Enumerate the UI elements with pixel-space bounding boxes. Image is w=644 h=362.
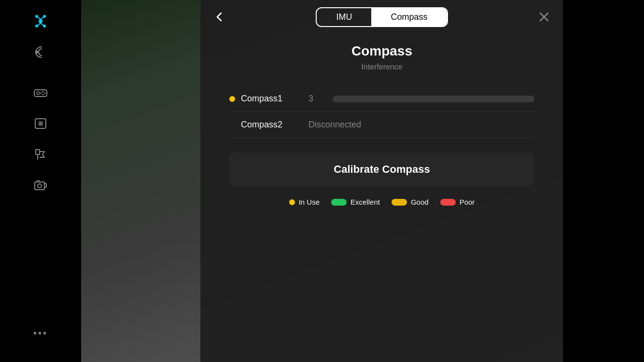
legend-poor-pill [440, 199, 456, 206]
legend-in-use-label: In Use [299, 198, 320, 206]
compass-panel: IMU Compass Compass Interference Compass… [200, 0, 563, 362]
svg-point-7 [35, 25, 38, 28]
drone-icon[interactable] [29, 10, 52, 33]
svg-rect-21 [44, 183, 46, 187]
svg-point-0 [39, 19, 42, 23]
hd-icon[interactable]: ⊞ [29, 112, 52, 135]
controller-icon[interactable] [29, 81, 52, 104]
tab-imu[interactable]: IMU [317, 8, 371, 26]
svg-point-6 [43, 15, 46, 18]
svg-point-19 [38, 184, 42, 188]
svg-rect-20 [37, 181, 40, 182]
signal-icon[interactable] [29, 41, 52, 64]
hd-label: ⊞ [35, 118, 46, 129]
more-icon[interactable]: ••• [29, 321, 52, 345]
waypoint-icon[interactable] [29, 143, 52, 166]
interference-subtitle: Interference [229, 63, 534, 71]
camera-settings-icon[interactable] [29, 174, 52, 197]
svg-point-13 [44, 93, 46, 94]
calibrate-button[interactable]: Calibrate Compass [229, 153, 534, 186]
svg-rect-18 [35, 182, 44, 190]
tab-group: IMU Compass [316, 7, 448, 27]
compass1-indicator [229, 96, 235, 102]
sidebar: ⊞ ••• [0, 0, 81, 362]
svg-rect-16 [36, 150, 40, 154]
more-dots: ••• [33, 328, 48, 339]
svg-point-15 [41, 93, 42, 94]
panel-nav: IMU Compass [200, 0, 563, 34]
compass2-status: Disconnected [308, 120, 361, 130]
right-bar [563, 0, 644, 362]
compass1-bar [333, 96, 534, 102]
compass2-row: Compass2 Disconnected [229, 112, 534, 138]
panel-content: Compass Interference Compass1 3 Compass2… [200, 34, 563, 362]
legend-in-use-dot [289, 199, 295, 205]
legend-excellent-pill [331, 199, 347, 206]
compass1-row: Compass1 3 [229, 86, 534, 112]
compass1-name: Compass1 [241, 94, 308, 104]
close-button[interactable] [534, 7, 554, 27]
legend-good: Good [392, 198, 429, 206]
legend-good-label: Good [411, 198, 429, 206]
compass2-name: Compass2 [241, 120, 308, 130]
legend-excellent-label: Excellent [350, 198, 380, 206]
legend-good-pill [392, 199, 407, 206]
legend-excellent: Excellent [331, 198, 380, 206]
svg-point-8 [43, 25, 46, 28]
svg-point-11 [37, 92, 40, 95]
legend: In Use Excellent Good Poor [229, 198, 534, 206]
compass2-indicator [229, 122, 235, 128]
legend-poor: Poor [440, 198, 475, 206]
compass1-value: 3 [308, 94, 333, 104]
svg-point-5 [35, 15, 38, 18]
tab-compass[interactable]: Compass [371, 8, 447, 26]
legend-in-use: In Use [289, 198, 320, 206]
back-button[interactable] [210, 7, 229, 27]
panel-title: Compass [229, 43, 534, 59]
legend-poor-label: Poor [460, 198, 475, 206]
svg-point-14 [42, 94, 44, 96]
svg-point-12 [42, 91, 44, 93]
